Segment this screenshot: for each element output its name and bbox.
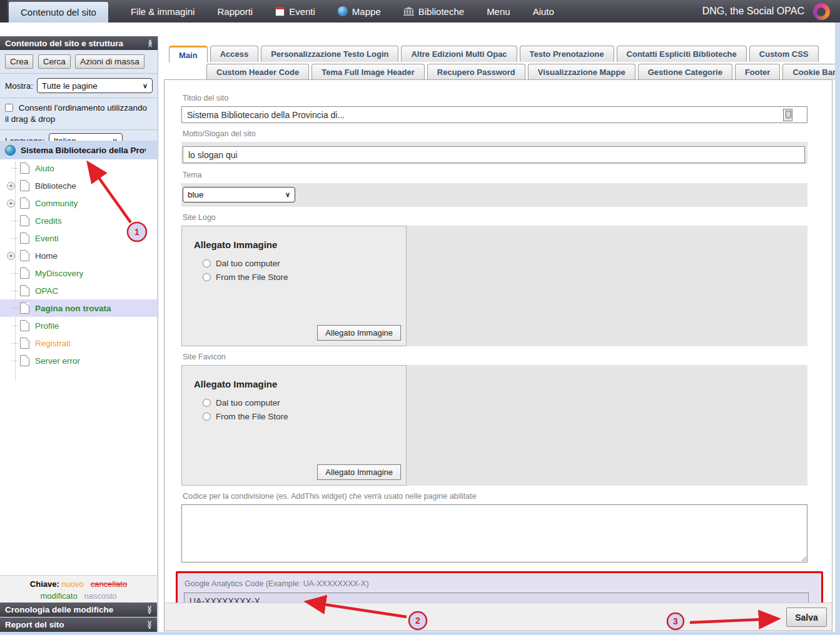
sidebar-actions: Crea Cerca Azioni di massa [0, 50, 158, 74]
drag-drop-row: Consenti l'ordinamento utilizzando il dr… [0, 98, 158, 130]
cerca-button[interactable]: Cerca [38, 54, 71, 69]
sidebar-header-contenuto[interactable]: Contenuto del sito e struttura ∧∧ [0, 36, 158, 50]
page-frame-bottom [0, 632, 840, 635]
tab-main[interactable]: Main [169, 46, 208, 62]
tab-contatti-espliciti-biblioteche[interactable]: Contatti Espliciti Biblioteche [617, 46, 747, 62]
crea-button[interactable]: Crea [5, 54, 33, 69]
expand-plus-icon[interactable]: + [7, 252, 15, 260]
nav-item-file-immagini[interactable]: File & immagini [131, 6, 195, 17]
nav-item-mappe[interactable]: Mappe [338, 6, 381, 17]
text-widget-icon[interactable] [783, 109, 792, 121]
nav-active-label: Contenuto del sito [21, 7, 96, 18]
tabs-row-1: Main Access Personalizzazione Testo Logi… [169, 46, 819, 62]
main-form: Titolo del sito Motto/Slogan del sito Te… [164, 79, 832, 631]
tab-cookie-bar[interactable]: Cookie Bar [782, 64, 840, 80]
radio-dal-tuo-computer[interactable]: Dal tuo computer [203, 259, 406, 268]
tema-select[interactable]: blue ∨ [183, 187, 295, 202]
page-icon [20, 355, 29, 366]
expand-plus-icon[interactable]: + [7, 199, 15, 208]
page-icon [20, 285, 29, 296]
tab-testo-prenotazione[interactable]: Testo Prenotazione [520, 46, 614, 62]
tab-custom-header-code[interactable]: Custom Header Code [206, 64, 309, 80]
tree-item-biblioteche[interactable]: + Biblioteche [0, 177, 157, 194]
expand-plus-icon[interactable]: + [7, 182, 15, 190]
titolo-input[interactable] [181, 106, 807, 123]
page-icon [20, 162, 29, 174]
tab-footer[interactable]: Footer [735, 64, 780, 80]
radio-computer-input[interactable] [203, 259, 211, 268]
site-logo-label: Site Logo [183, 213, 807, 222]
collapse-down-icon: ∨∨ [147, 606, 152, 613]
nav-item-eventi[interactable]: Eventi [275, 6, 315, 17]
tab-access[interactable]: Access [210, 46, 259, 62]
motto-label: Motto/Slogan del sito [183, 129, 807, 138]
tree-item-server-error[interactable]: Server error [0, 352, 157, 369]
legend-cancellato: cancellato [91, 579, 128, 589]
page-icon [20, 180, 29, 191]
tree-item-home[interactable]: + Home [0, 247, 157, 264]
codice-condivisione-textarea[interactable] [181, 504, 807, 562]
sidebar-header-cronologia[interactable]: Cronologia delle modifiche ∨∨ [0, 602, 157, 617]
tree-item-community[interactable]: + Community [0, 194, 157, 212]
mostra-label: Mostra: [5, 81, 33, 91]
tab-tema-full-image-header[interactable]: Tema Full Image Header [311, 64, 425, 80]
tab-recupero-password[interactable]: Recupero Password [427, 64, 525, 80]
brand-title: DNG, the Social OPAC [702, 6, 804, 17]
tabs-row-2: Custom Header Code Tema Full Image Heade… [206, 64, 840, 80]
nav-item-aiuto[interactable]: Aiuto [533, 6, 554, 17]
tab-visualizzazione-mappe[interactable]: Visualizzazione Mappe [528, 64, 635, 80]
page-icon [20, 232, 29, 244]
bank-icon [403, 7, 414, 16]
nav-item-menu[interactable]: Menu [487, 6, 510, 17]
tab-custom-css[interactable]: Custom CSS [749, 46, 819, 62]
main-panel: Main Access Personalizzazione Testo Logi… [164, 46, 832, 631]
tree-item-profile[interactable]: Profile [0, 317, 157, 334]
tab-altre-edizioni-multi-opac[interactable]: Altre Edizioni Multi Opac [401, 46, 517, 62]
radio-filestore-input[interactable] [203, 412, 211, 421]
form-footer: Salva [164, 602, 832, 631]
page-icon [20, 198, 29, 209]
tree-item-credits[interactable]: Credits [0, 212, 157, 229]
tree-item-opac[interactable]: OPAC [0, 282, 157, 299]
page-icon [20, 320, 29, 331]
page-icon [20, 302, 29, 314]
nav-item-rapporti[interactable]: Rapporti [217, 6, 253, 17]
sidebar: Contenuto del sito e struttura ∧∧ Crea C… [0, 36, 158, 632]
sidebar-header-report[interactable]: Report del sito ∨∨ [0, 618, 157, 632]
radio-dal-tuo-computer[interactable]: Dal tuo computer [203, 398, 406, 408]
nav-tab-contenuto-del-sito[interactable]: Contenuto del sito [9, 2, 108, 22]
site-favicon-label: Site Favicon [183, 352, 807, 361]
page-icon [20, 268, 29, 279]
tree-item-registrati[interactable]: Registrati [0, 334, 157, 352]
site-favicon-attach-panel: Allegato Immagine Dal tuo computer From … [181, 365, 407, 486]
collapse-down-icon: ∨∨ [147, 621, 152, 628]
radio-computer-input[interactable] [203, 399, 211, 407]
tree-item-mydiscovery[interactable]: MyDiscovery [0, 264, 157, 282]
radio-from-file-store[interactable]: From the File Store [203, 272, 406, 282]
tree-item-aiuto[interactable]: Aiuto [0, 159, 157, 177]
azioni-di-massa-button[interactable]: Azioni di massa [75, 54, 144, 69]
tree-item-eventi[interactable]: Eventi [0, 229, 157, 247]
tree-root-item[interactable]: Sistema Bibliotecario della Provin [0, 141, 157, 159]
globe-icon [338, 6, 348, 16]
allegato-heading: Allegato Immagine [182, 226, 406, 250]
tab-personalizzazione-testo-login[interactable]: Personalizzazione Testo Login [261, 46, 398, 62]
salva-button[interactable]: Salva [786, 608, 827, 627]
allegato-immagine-button[interactable]: Allegato Immagine [317, 325, 401, 341]
nav-item-biblioteche[interactable]: Biblioteche [403, 6, 464, 17]
radio-from-file-store[interactable]: From the File Store [203, 412, 406, 421]
drag-drop-checkbox[interactable] [5, 104, 13, 112]
google-analytics-label: Google Analytics Code (Example: UA-XXXXX… [185, 579, 809, 588]
legend-nascosto: nascosto [84, 591, 117, 601]
mostra-row: Mostra: Tutte le pagine ∨ [0, 74, 158, 98]
motto-input[interactable] [183, 146, 805, 163]
mostra-select[interactable]: Tutte le pagine ∨ [37, 78, 153, 93]
calendar-icon [275, 7, 285, 16]
radio-filestore-input[interactable] [203, 273, 211, 281]
tree-item-pagina-non-trovata[interactable]: Pagina non trovata [0, 299, 157, 317]
tab-gestione-categorie[interactable]: Gestione Categorie [638, 64, 732, 80]
page-icon [20, 338, 29, 349]
page-frame-right [835, 22, 840, 635]
legend-modificato: modificato [40, 591, 77, 601]
allegato-immagine-button[interactable]: Allegato Immagine [317, 464, 401, 480]
